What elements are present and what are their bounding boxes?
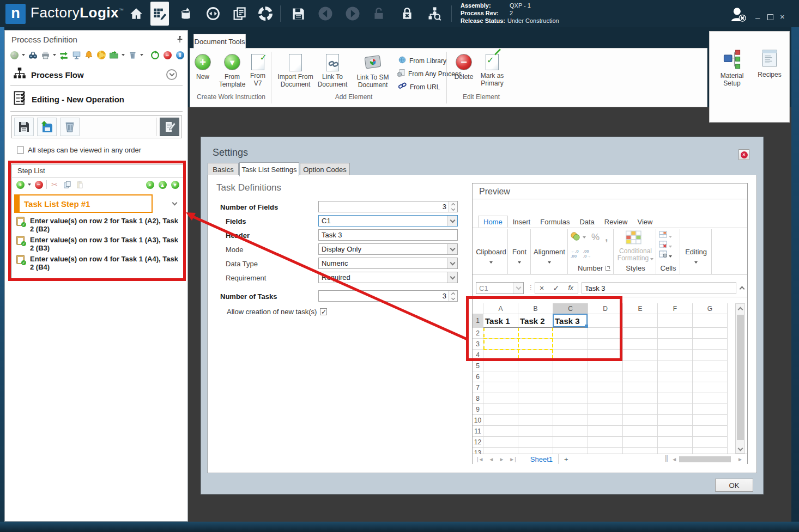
scroll-left-icon[interactable]: ◄ xyxy=(671,456,677,462)
insert-cells-button[interactable] xyxy=(659,230,672,240)
window-minimize-button[interactable]: – xyxy=(755,13,760,21)
cell-F10[interactable] xyxy=(658,415,693,426)
move-step-down-button[interactable]: ▾ xyxy=(170,180,180,189)
cell-D6[interactable] xyxy=(588,371,623,382)
confirm-entry-icon[interactable]: ✓ xyxy=(553,284,560,292)
cell-A11[interactable] xyxy=(483,426,518,437)
tab-task-list-settings[interactable]: Task List Settings xyxy=(239,162,299,176)
currency-icon[interactable] xyxy=(571,231,580,243)
step-item[interactable]: Enter value(s) on row 4 for Task 1 (A4),… xyxy=(16,255,181,271)
first-sheet-icon[interactable]: |◄ xyxy=(477,456,484,462)
row-header-12[interactable]: 12 xyxy=(473,437,483,448)
cell-D11[interactable] xyxy=(588,426,623,437)
row-header-2[interactable]: 2 xyxy=(473,328,483,339)
cell-D7[interactable] xyxy=(588,382,623,393)
process-search-button[interactable] xyxy=(425,4,444,23)
cell-B1[interactable]: Task 2 xyxy=(518,314,553,328)
scroll-up-icon[interactable] xyxy=(738,307,743,313)
save-button[interactable] xyxy=(289,4,307,23)
process-settings-button[interactable] xyxy=(96,50,106,60)
cell-A12[interactable] xyxy=(483,437,518,448)
row-header-13[interactable]: 13 xyxy=(473,448,483,454)
editing-group-button[interactable]: Editing xyxy=(682,248,710,266)
excel-tab-home[interactable]: Home xyxy=(478,216,508,228)
material-setup-button[interactable]: Material Setup xyxy=(715,49,749,87)
excel-tab-insert[interactable]: Insert xyxy=(508,216,536,228)
fields-select-caret[interactable] xyxy=(447,216,457,226)
cell-G6[interactable] xyxy=(693,371,728,382)
cell-E2[interactable] xyxy=(623,328,658,339)
fields-select[interactable]: C1 xyxy=(318,215,458,227)
cell-F13[interactable] xyxy=(658,448,693,454)
formula-bar-grip[interactable]: ⋮ xyxy=(528,284,534,291)
row-header-10[interactable]: 10 xyxy=(473,415,483,426)
excel-tab-formulas[interactable]: Formulas xyxy=(535,216,574,228)
cell-E7[interactable] xyxy=(623,382,658,393)
new-sheet-button[interactable]: + xyxy=(559,455,574,463)
cell-F3[interactable] xyxy=(658,339,693,350)
cell-G9[interactable] xyxy=(693,404,728,415)
cell-B2[interactable] xyxy=(518,328,553,339)
cell-E1[interactable] xyxy=(623,314,658,328)
cell-G7[interactable] xyxy=(693,382,728,393)
cell-B11[interactable] xyxy=(518,426,553,437)
cell-B3[interactable] xyxy=(518,339,553,350)
cell-E5[interactable] xyxy=(623,360,658,371)
cell-F1[interactable] xyxy=(658,314,693,328)
cell-C1[interactable]: Task 3 xyxy=(553,314,588,328)
from-v7-button[interactable]: ✓ From V7 xyxy=(248,54,268,87)
cell-A10[interactable] xyxy=(483,415,518,426)
home-button[interactable] xyxy=(127,4,146,23)
cell-A4[interactable] xyxy=(483,350,518,360)
name-box[interactable]: C1 xyxy=(476,282,524,294)
cell-B7[interactable] xyxy=(518,382,553,393)
cell-D12[interactable] xyxy=(588,437,623,448)
cell-F8[interactable] xyxy=(658,393,693,404)
cell-E6[interactable] xyxy=(623,371,658,382)
cell-G11[interactable] xyxy=(693,426,728,437)
link-to-document-button[interactable]: Link To Document xyxy=(314,54,350,88)
col-header-A[interactable]: A xyxy=(483,303,518,314)
horizontal-scroll-thumb[interactable] xyxy=(679,456,731,462)
cell-A13[interactable] xyxy=(483,448,518,454)
cancel-entry-icon[interactable]: × xyxy=(540,284,544,292)
cell-G5[interactable] xyxy=(693,360,728,371)
logout-user-button[interactable] xyxy=(729,5,748,25)
splitter-handle[interactable]: ‖ xyxy=(665,454,669,464)
cell-D10[interactable] xyxy=(588,415,623,426)
collapse-circle-button[interactable] xyxy=(166,69,177,80)
process-flow-row[interactable]: Process Flow xyxy=(13,66,181,83)
percent-icon[interactable]: % xyxy=(591,232,600,243)
requirement-select[interactable]: Required xyxy=(318,272,458,283)
next-sheet-icon[interactable]: ► xyxy=(499,456,504,462)
dialog-close-button[interactable]: × xyxy=(739,149,749,160)
move-step-up-button[interactable]: ▴ xyxy=(158,180,167,189)
cell-D5[interactable] xyxy=(588,360,623,371)
scroll-down-icon[interactable] xyxy=(738,446,743,451)
edit-mode-button[interactable] xyxy=(160,118,179,136)
cell-D9[interactable] xyxy=(588,404,623,415)
delete-work-button[interactable] xyxy=(60,118,80,136)
col-header-C[interactable]: C xyxy=(553,303,588,314)
row-header-6[interactable]: 6 xyxy=(473,371,483,382)
recipes-button[interactable]: Recipes xyxy=(754,49,785,78)
cell-B4[interactable] xyxy=(518,350,553,360)
cell-B6[interactable] xyxy=(518,371,553,382)
sync-button[interactable] xyxy=(204,4,222,23)
import-from-document-button[interactable]: Import From Document xyxy=(276,54,314,88)
vertical-scroll-thumb[interactable] xyxy=(737,315,744,440)
link-to-sm-document-button[interactable]: Link To SM Document xyxy=(352,54,394,89)
presentation-button[interactable] xyxy=(71,50,81,60)
cell-B5[interactable] xyxy=(518,360,553,371)
from-library-button[interactable]: From Library xyxy=(398,56,446,66)
cell-E11[interactable] xyxy=(623,426,658,437)
cell-A2[interactable] xyxy=(483,328,518,339)
print-button[interactable] xyxy=(40,50,50,60)
prev-sheet-icon[interactable]: ◄ xyxy=(489,456,494,462)
zoom-step-button[interactable]: ⌕ xyxy=(145,180,155,189)
cell-D8[interactable] xyxy=(588,393,623,404)
cell-C13[interactable] xyxy=(553,448,588,454)
delete-operation-button[interactable] xyxy=(128,50,137,60)
step-expand-chevron[interactable] xyxy=(172,200,178,206)
grid-corner[interactable] xyxy=(473,303,483,314)
